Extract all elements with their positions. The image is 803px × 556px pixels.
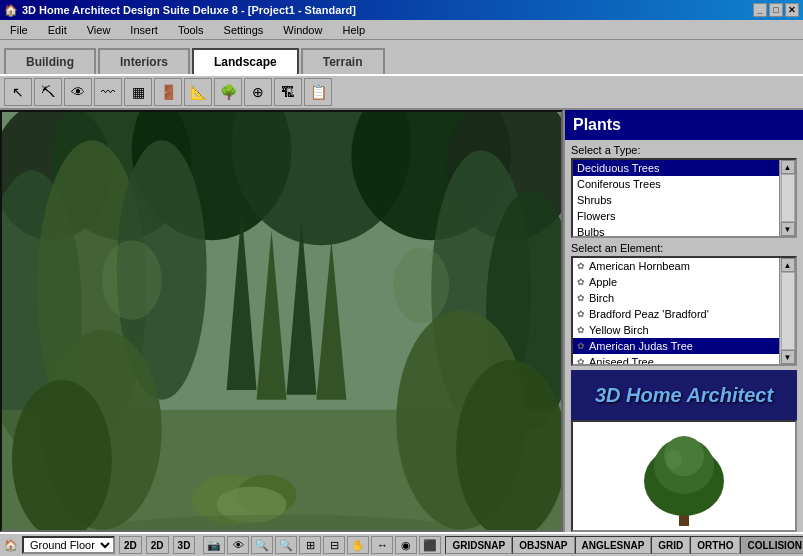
tab-building[interactable]: Building [4,48,96,74]
tool-9[interactable]: ⊕ [244,78,272,106]
tool-camera[interactable]: 📷 [203,536,225,554]
element-item-judas[interactable]: ✿ American Judas Tree [573,338,779,354]
element-icon-apple: ✿ [577,277,585,287]
indicator-ortho[interactable]: ORTHO [690,536,740,554]
right-panel: Plants Select a Type: Deciduous Trees Co… [563,110,803,532]
tree-preview-svg [624,421,744,531]
minimize-button[interactable]: _ [753,3,767,17]
floor-select[interactable]: Ground Floor [22,536,115,554]
menu-view[interactable]: View [81,22,117,38]
status-indicators: GRIDSNAP OBJSNAP ANGLESNAP GRID ORTHO CO… [445,536,803,554]
tab-interiors[interactable]: Interiors [98,48,190,74]
type-list-scrollbar[interactable]: ▲ ▼ [779,160,795,236]
brand-text: 3D Home Architect [595,384,773,407]
menu-bar: File Edit View Insert Tools Settings Win… [0,20,803,40]
menu-help[interactable]: Help [336,22,371,38]
tool-8[interactable]: 🌳 [214,78,242,106]
tool-2[interactable]: ⛏ [34,78,62,106]
tool-eye[interactable]: 👁 [227,536,249,554]
element-item-hornbeam[interactable]: ✿ American Hornbeam [573,258,779,274]
select-tool-button[interactable]: ↖ [4,78,32,106]
indicator-anglesnap[interactable]: ANGLESNAP [575,536,652,554]
element-item-yellow-birch[interactable]: ✿ Yellow Birch [573,322,779,338]
toolbar: ↖ ⛏ 👁 〰 ▦ 🚪 📐 🌳 ⊕ 🏗 📋 [0,74,803,110]
element-list-container: ✿ American Hornbeam ✿ Apple ✿ Birch ✿ Br… [571,256,797,366]
menu-settings[interactable]: Settings [218,22,270,38]
element-list-scrollbar[interactable]: ▲ ▼ [779,258,795,364]
element-section-label: Select an Element: [565,238,803,256]
type-item-deciduous[interactable]: Deciduous Trees [573,160,779,176]
tool-nav4[interactable]: ◉ [395,536,417,554]
svg-point-25 [102,240,162,320]
type-item-coniferous[interactable]: Coniferous Trees [573,176,779,192]
tool-4[interactable]: 〰 [94,78,122,106]
tool-nav1[interactable]: ⊞ [299,536,321,554]
svg-point-26 [393,247,449,323]
type-scroll-down[interactable]: ▼ [781,222,795,236]
tool-nav3[interactable]: ↔ [371,536,393,554]
indicator-objsnap[interactable]: OBJSNAP [512,536,574,554]
tool-7[interactable]: 📐 [184,78,212,106]
element-scroll-down[interactable]: ▼ [781,350,795,364]
view-2d-button-1[interactable]: 2D [119,536,142,554]
indicator-grid[interactable]: GRID [651,536,690,554]
view-3d-button[interactable]: 3D [173,536,196,554]
view-2d-button-2[interactable]: 2D [146,536,169,554]
tab-landscape[interactable]: Landscape [192,48,299,74]
type-scroll-track[interactable] [781,174,795,222]
element-item-bradford[interactable]: ✿ Bradford Peaz 'Bradford' [573,306,779,322]
status-bar: 🏠 Ground Floor 2D 2D 3D 📷 👁 🔍 🔍 ⊞ ⊟ ✋ ↔ … [0,532,803,556]
title-bar: 🏠 3D Home Architect Design Suite Deluxe … [0,0,803,20]
tool-10[interactable]: 🏗 [274,78,302,106]
element-scroll-up[interactable]: ▲ [781,258,795,272]
close-button[interactable]: ✕ [785,3,799,17]
element-icon-judas: ✿ [577,341,585,351]
type-list-container: Deciduous Trees Coniferous Trees Shrubs … [571,158,797,238]
svg-point-31 [666,449,682,469]
viewport[interactable] [0,110,563,532]
indicator-collision[interactable]: COLLISION [740,536,803,554]
element-item-aniseed[interactable]: ✿ Aniseed Tree... [573,354,779,364]
tool-6[interactable]: 🚪 [154,78,182,106]
tab-terrain[interactable]: Terrain [301,48,385,74]
element-item-birch[interactable]: ✿ Birch [573,290,779,306]
menu-insert[interactable]: Insert [124,22,164,38]
element-icon-hornbeam: ✿ [577,261,585,271]
type-scroll-up[interactable]: ▲ [781,160,795,174]
tool-11[interactable]: 📋 [304,78,332,106]
landscape-view [2,112,561,530]
brand-area: 3D Home Architect [571,370,797,420]
element-scroll-track[interactable] [781,272,795,350]
panel-title: Plants [565,110,803,140]
indicator-gridsnap[interactable]: GRIDSNAP [445,536,512,554]
menu-window[interactable]: Window [277,22,328,38]
title-text: 3D Home Architect Design Suite Deluxe 8 … [22,4,356,16]
tool-5[interactable]: ▦ [124,78,152,106]
menu-file[interactable]: File [4,22,34,38]
type-section-label: Select a Type: [565,140,803,158]
tool-3[interactable]: 👁 [64,78,92,106]
bottom-tools: 📷 👁 🔍 🔍 ⊞ ⊟ ✋ ↔ ◉ ⬛ [203,536,441,554]
type-item-shrubs[interactable]: Shrubs [573,192,779,208]
menu-edit[interactable]: Edit [42,22,73,38]
tool-zoom-in[interactable]: 🔍 [251,536,273,554]
main-tabs: Building Interiors Landscape Terrain [0,40,803,74]
tool-zoom-out[interactable]: 🔍 [275,536,297,554]
type-item-flowers[interactable]: Flowers [573,208,779,224]
element-icon-bradford: ✿ [577,309,585,319]
maximize-button[interactable]: □ [769,3,783,17]
app-icon: 🏠 [4,4,18,17]
element-item-apple[interactable]: ✿ Apple [573,274,779,290]
element-icon-birch: ✿ [577,293,585,303]
type-list[interactable]: Deciduous Trees Coniferous Trees Shrubs … [573,160,795,236]
preview-image [571,420,797,532]
menu-tools[interactable]: Tools [172,22,210,38]
floor-icon: 🏠 [4,539,18,552]
type-item-bulbs[interactable]: Bulbs [573,224,779,236]
main-content: Plants Select a Type: Deciduous Trees Co… [0,110,803,532]
tool-nav2[interactable]: ⊟ [323,536,345,554]
tool-pan[interactable]: ✋ [347,536,369,554]
tool-nav5[interactable]: ⬛ [419,536,441,554]
status-left: 🏠 Ground Floor 2D 2D 3D 📷 👁 🔍 🔍 ⊞ ⊟ ✋ ↔ … [4,536,445,554]
element-list[interactable]: ✿ American Hornbeam ✿ Apple ✿ Birch ✿ Br… [573,258,795,364]
